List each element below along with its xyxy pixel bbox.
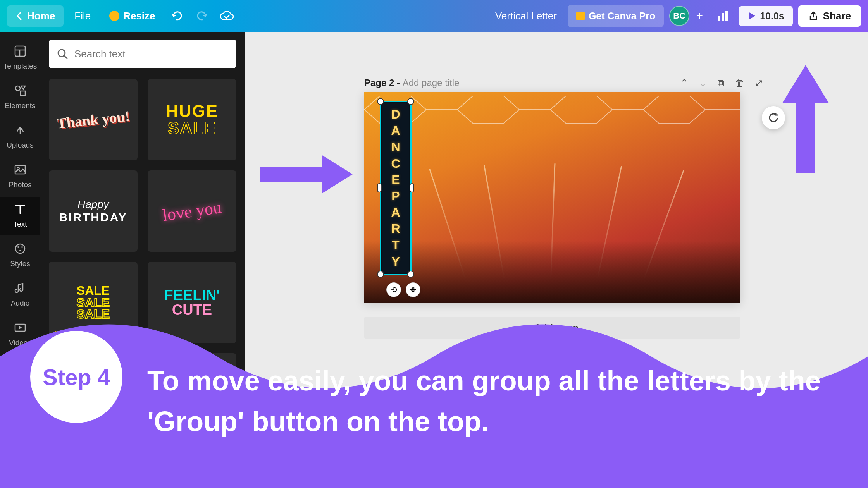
- svg-line-31: [64, 56, 67, 58]
- document-title[interactable]: Vertical Letter: [495, 10, 557, 22]
- rail-styles[interactable]: Styles: [0, 236, 40, 274]
- svg-point-28: [19, 250, 21, 251]
- search-input[interactable]: [74, 48, 229, 60]
- resize-handle[interactable]: [377, 183, 382, 192]
- topbar-right: Vertical Letter Get Canva Pro BC + 10.0s…: [495, 5, 861, 27]
- page-label[interactable]: Page 2 - Add page title: [364, 77, 460, 88]
- rail-label: Elements: [5, 101, 35, 110]
- add-page-inline-button[interactable]: ⤢: [755, 77, 763, 89]
- tutorial-arrow-right: [256, 147, 356, 203]
- text-template[interactable]: HUGESALE: [148, 79, 236, 160]
- duration-label: 10.0s: [760, 10, 784, 22]
- svg-point-21: [16, 86, 20, 91]
- text-template[interactable]: HappyBIRTHDAY: [49, 170, 138, 252]
- resize-button[interactable]: Resize: [102, 5, 163, 27]
- present-button[interactable]: 10.0s: [739, 6, 793, 26]
- add-collaborator-button[interactable]: +: [692, 9, 706, 23]
- dance-letter: Y: [391, 253, 400, 270]
- rail-audio[interactable]: Audio: [0, 276, 40, 314]
- canvas-page[interactable]: ⟲ ✥ DANCEPARTY: [364, 92, 740, 303]
- play-icon: [747, 11, 756, 21]
- insights-button[interactable]: [712, 5, 734, 27]
- text-template[interactable]: love you: [148, 170, 236, 252]
- audio-icon: [14, 282, 27, 295]
- expand-page-button[interactable]: ⌄: [699, 77, 707, 89]
- rail-elements[interactable]: Elements: [0, 78, 40, 116]
- rail-label: Photos: [9, 180, 31, 189]
- rail-text[interactable]: Text: [0, 197, 40, 235]
- svg-rect-1: [722, 13, 724, 21]
- hex-pattern: [364, 92, 740, 127]
- tutorial-footer: Step 4 To move easily, you can group all…: [0, 310, 868, 488]
- dance-letter: C: [391, 155, 400, 172]
- text-template[interactable]: Thank you!: [49, 79, 138, 160]
- styles-icon: [14, 242, 27, 255]
- tile-preview: Thank you!: [56, 107, 131, 132]
- redo-button[interactable]: [191, 5, 213, 27]
- tile-preview: HUGESALE: [166, 103, 218, 137]
- file-menu[interactable]: File: [67, 5, 98, 27]
- dance-letter: N: [391, 139, 400, 155]
- rail-templates[interactable]: Templates: [0, 39, 40, 77]
- top-menu-bar: Home File Resize Vertical Letter Get Can…: [0, 0, 868, 32]
- svg-rect-0: [718, 16, 720, 21]
- duplicate-page-button[interactable]: ⧉: [717, 77, 725, 89]
- resize-handle[interactable]: [407, 98, 414, 105]
- svg-rect-2: [725, 11, 728, 21]
- resize-handle[interactable]: [407, 271, 414, 278]
- get-pro-button[interactable]: Get Canva Pro: [568, 5, 664, 27]
- tutorial-arrow-up: [777, 60, 835, 178]
- share-icon: [808, 11, 818, 21]
- avatar[interactable]: BC: [669, 6, 689, 26]
- rail-label: Uploads: [7, 141, 34, 149]
- undo-button[interactable]: [166, 5, 188, 27]
- search-input-wrapper: [49, 40, 236, 68]
- tile-preview: HappyBIRTHDAY: [59, 198, 127, 224]
- delete-page-button[interactable]: 🗑: [735, 77, 745, 89]
- share-button[interactable]: Share: [798, 5, 861, 27]
- dance-letter: T: [392, 237, 400, 253]
- resize-handle[interactable]: [410, 183, 414, 192]
- dance-letter: P: [391, 188, 400, 204]
- dance-letter: A: [391, 204, 400, 220]
- collapse-page-button[interactable]: ⌃: [680, 77, 689, 89]
- rail-label: Templates: [3, 62, 37, 70]
- share-label: Share: [823, 10, 851, 22]
- svg-rect-22: [21, 91, 25, 96]
- get-pro-label: Get Canva Pro: [589, 10, 655, 22]
- selected-text-group[interactable]: ⟲ ✥ DANCEPARTY: [380, 101, 412, 275]
- tutorial-text: To move easily, you can group all the le…: [147, 361, 837, 442]
- photos-icon: [14, 163, 27, 176]
- redo-icon: [195, 9, 208, 22]
- search-icon: [57, 48, 68, 60]
- uploads-icon: [14, 124, 27, 137]
- dance-letter: E: [391, 172, 400, 188]
- resize-handle[interactable]: [377, 271, 384, 278]
- page-header: Page 2 - Add page title ⌃ ⌄ ⧉ 🗑 ⤢: [364, 74, 763, 92]
- rotate-handle[interactable]: ⟲: [386, 282, 401, 297]
- bar-chart-icon: [716, 9, 729, 22]
- step-badge: Step 4: [30, 331, 122, 423]
- move-handle[interactable]: ✥: [406, 282, 420, 297]
- cloud-sync-button[interactable]: [216, 5, 238, 27]
- rail-label: Audio: [11, 299, 30, 308]
- rail-label: Text: [14, 220, 27, 229]
- rail-label: Styles: [10, 259, 30, 268]
- tile-preview: love you: [161, 197, 222, 225]
- resize-handle[interactable]: [377, 98, 384, 105]
- rail-uploads[interactable]: Uploads: [0, 118, 40, 156]
- dance-letter: R: [391, 220, 400, 237]
- rail-photos[interactable]: Photos: [0, 157, 40, 195]
- dance-letter: D: [391, 106, 400, 122]
- undo-icon: [170, 9, 184, 22]
- page-actions: ⌃ ⌄ ⧉ 🗑 ⤢: [680, 77, 763, 89]
- crowd-silhouette: [364, 241, 740, 303]
- home-button[interactable]: Home: [7, 5, 64, 27]
- topbar-left: Home File Resize: [7, 5, 238, 27]
- dance-letter: A: [391, 122, 400, 139]
- resize-label: Resize: [123, 10, 155, 22]
- selection-tools: ⟲ ✥: [386, 282, 420, 297]
- svg-point-27: [21, 246, 23, 248]
- templates-icon: [14, 45, 27, 58]
- elements-icon: [14, 84, 27, 97]
